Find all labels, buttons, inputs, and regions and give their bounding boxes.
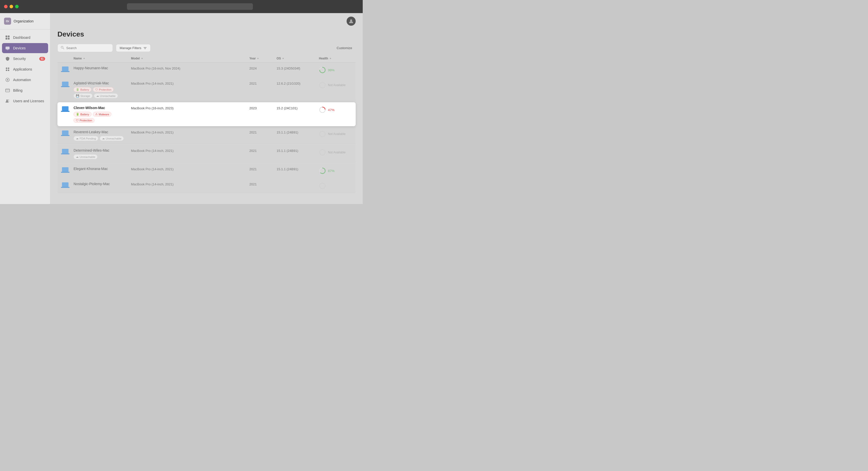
tag-unreachable: ☁ Unreachable	[73, 154, 97, 159]
sidebar-item-applications[interactable]: Applications	[2, 64, 48, 74]
sidebar-label-applications: Applications	[13, 67, 32, 71]
tag-icon: 🛡	[95, 88, 98, 91]
svg-point-16	[350, 20, 352, 22]
device-icon	[61, 148, 69, 154]
tag-protection: 🛡 Protection	[73, 118, 94, 123]
customize-button[interactable]: Customize	[333, 44, 356, 52]
svg-rect-3	[8, 38, 9, 39]
sidebar-nav: Dashboard Devices Sec	[0, 29, 50, 109]
table-header: Name Model Year	[57, 55, 356, 62]
tag-icon: 🔋	[76, 88, 79, 91]
security-icon	[5, 56, 10, 61]
main-content: Devices Manage Filters	[51, 13, 363, 204]
col-header-health[interactable]: Health	[319, 57, 352, 60]
sidebar-item-security[interactable]: Security 61	[2, 54, 48, 64]
page-title: Devices	[57, 30, 356, 38]
device-os: 15.3 (24D5034f)	[277, 66, 317, 70]
device-year: 2021	[249, 167, 275, 171]
device-os: 15.1.1 (24B91)	[277, 148, 317, 153]
url-bar[interactable]	[127, 3, 253, 10]
col-header-os[interactable]: OS	[277, 57, 317, 60]
col-header-model[interactable]: Model	[131, 57, 247, 60]
device-icon	[61, 167, 69, 172]
tag-protection: 🛡 Protection	[93, 87, 114, 92]
device-name: Nostalgic-Ptolemy-Mac	[73, 182, 129, 186]
sidebar-label-security: Security	[13, 57, 26, 61]
table-row[interactable]: Determined-Wiles-Mac ☁ Unreachable MacBo…	[57, 145, 356, 163]
table-row[interactable]: Agitated-Wozniak-Mac 🔋 Battery 🛡 Protect…	[57, 77, 356, 102]
app-container: Or Organization Dashboard	[0, 13, 363, 204]
table-row[interactable]: Elegant-Khorana-Mac MacBook Pro (14-inch…	[57, 163, 356, 178]
device-model: MacBook Pro (14-inch, 2021)	[131, 81, 247, 85]
device-os: 15.1.1 (24B91)	[277, 130, 317, 134]
device-model: MacBook Pro (16-inch, 2023)	[131, 106, 247, 110]
sidebar-item-users[interactable]: Users and Licenses	[2, 96, 48, 106]
tag-icon: ☁	[76, 155, 79, 158]
svg-point-28	[320, 150, 325, 155]
device-year: 2023	[249, 106, 275, 110]
sidebar-item-dashboard[interactable]: Dashboard	[2, 32, 48, 42]
col-header-name[interactable]: Name	[73, 57, 129, 60]
tag-storage: 💾 Storage	[73, 93, 92, 98]
sidebar-item-billing[interactable]: Billing	[2, 85, 48, 95]
dashboard-icon	[5, 35, 10, 40]
svg-line-18	[63, 48, 64, 50]
tag-icon: ☁	[76, 137, 79, 140]
sidebar-item-automation[interactable]: Automation	[2, 75, 48, 85]
device-health: 87%	[319, 167, 352, 174]
device-health: Not Available	[319, 81, 352, 89]
devices-icon	[5, 45, 10, 51]
svg-point-9	[8, 69, 9, 71]
sort-icon	[282, 57, 284, 60]
device-health: Not Available	[319, 148, 352, 156]
device-name: Reverent-Leakey-Mac	[73, 130, 129, 134]
tag-icon: ☁	[96, 94, 99, 97]
tag-fda-pending: ☁ FDA Pending	[73, 136, 98, 141]
svg-point-15	[8, 99, 9, 100]
minimize-button[interactable]	[9, 5, 13, 8]
sidebar-item-devices[interactable]: Devices	[2, 43, 48, 53]
sidebar: Or Organization Dashboard	[0, 13, 51, 204]
device-os: 12.6.2 (21G320)	[277, 81, 317, 85]
device-year: 2021	[249, 182, 275, 186]
table-row[interactable]: Happy-Neumann-Mac MacBook Pro (16-inch, …	[57, 62, 356, 77]
device-year: 2024	[249, 66, 275, 70]
device-icon	[61, 106, 69, 111]
laptop-icon	[62, 106, 68, 111]
maximize-button[interactable]	[15, 5, 19, 8]
col-header-year[interactable]: Year	[249, 57, 275, 60]
svg-point-31	[320, 183, 325, 189]
org-header[interactable]: Or Organization	[0, 13, 50, 29]
device-os: 15.2 (24C101)	[277, 106, 317, 110]
device-os: 15.1.1 (24B91)	[277, 167, 317, 171]
device-icon	[61, 81, 69, 87]
tag-battery: 🔋 Battery	[73, 87, 91, 92]
applications-icon	[5, 67, 10, 72]
svg-rect-0	[5, 35, 7, 37]
device-info: Clever-Wilson-Mac 🔋 Battery ⚠ Malware 🛡 …	[73, 106, 129, 123]
user-avatar[interactable]	[347, 17, 356, 26]
laptop-icon	[62, 82, 68, 86]
device-model: MacBook Pro (14-inch, 2021)	[131, 182, 247, 186]
manage-filters-button[interactable]: Manage Filters	[116, 44, 151, 52]
device-model: MacBook Pro (14-inch, 2021)	[131, 148, 247, 153]
search-input[interactable]	[66, 46, 110, 50]
device-icon	[61, 182, 69, 187]
page-title-area: Devices	[51, 26, 363, 41]
device-name: Clever-Wilson-Mac	[73, 106, 129, 110]
search-box[interactable]	[57, 44, 113, 52]
table-row[interactable]: Reverent-Leakey-Mac ☁ FDA Pending ☁ Unre…	[57, 126, 356, 145]
svg-point-7	[8, 67, 9, 69]
tag-unreachable: ☁ Unreachable	[94, 93, 118, 98]
tag-icon: 💾	[76, 94, 79, 97]
laptop-icon	[62, 149, 68, 153]
close-button[interactable]	[4, 5, 7, 8]
automation-icon	[5, 77, 10, 82]
svg-rect-5	[7, 50, 8, 50]
billing-icon	[5, 88, 10, 93]
table-row[interactable]: Clever-Wilson-Mac 🔋 Battery ⚠ Malware 🛡 …	[57, 102, 356, 126]
users-icon	[5, 98, 10, 103]
table-row[interactable]: Nostalgic-Ptolemy-Mac MacBook Pro (14-in…	[57, 178, 356, 193]
svg-rect-2	[5, 38, 7, 39]
device-year: 2021	[249, 148, 275, 153]
